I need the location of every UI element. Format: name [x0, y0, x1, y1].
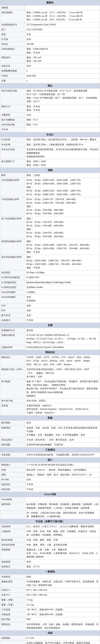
table-row: 防护等级IP67	[0, 617, 100, 622]
row-value	[25, 127, 100, 132]
row-value: 支持支持或低	[25, 295, 100, 303]
table-row: 白平衡自动	[0, 37, 100, 42]
row-value: 外形，姿势，性别，年龄，眼镜，发型，外套颜色，外套款式，外套短袖，内衣颜色，内衣…	[25, 529, 100, 538]
row-label: 不支持	[0, 127, 25, 132]
table-row: 光学变焦倍数通道：F1.0	[0, 122, 100, 127]
section-header: 音频	[0, 323, 100, 328]
section-header: 视频	[0, 168, 100, 173]
table-row: 帧率通道：三路流	[0, 173, 100, 178]
table-row: 报警监控支持管理控制、心理，总线，电线，传感器，配置和设置，功能检测，管理检测机…	[0, 622, 100, 630]
table-row: 重量（毛重）11.2 kg	[0, 602, 100, 607]
section-header: 网络协议	[0, 350, 100, 355]
row-value: 通道：50 Hz：25 fps（704×576，640×480）60 Hz：25…	[25, 216, 100, 239]
table-row: 码流类型32 Kbps~16 Mbps	[0, 270, 100, 275]
row-label: 帧率	[0, 173, 25, 178]
table-row: 情景模式通道，行下行	[0, 564, 100, 569]
row-label: 传感器规格型号	[0, 22, 25, 27]
row-value: 1/1s-1/100,000s	[25, 27, 100, 32]
row-value: 612 × 604 × 385 mm	[25, 592, 100, 598]
row-value: 外形，颜色，类型，人数，是否标安全帽	[25, 542, 100, 547]
row-label: 补光距离	[0, 137, 25, 142]
row-label: 重量（毛重）	[0, 602, 25, 607]
section-header: 图像	[0, 415, 100, 420]
row-label: 主码流视频分辨率	[0, 178, 25, 197]
row-label: 补外光灯控制	[0, 147, 25, 159]
row-label: H.265编码类型	[0, 280, 25, 285]
row-label: 变焦	[0, 32, 25, 37]
section-header: 专业版（流量学习版功能）	[0, 519, 100, 524]
row-label: 聚焦方式	[0, 104, 25, 112]
table-row: 越界检测标记检测，完整检测，双向检测，区域检测，拥挤检测，徘徊检测，人群密集检测…	[0, 502, 100, 510]
row-value: 支持×256	[25, 74, 100, 78]
row-value: 通道：50 fps（1920×1080，1280×720，704×576，640…	[25, 255, 100, 270]
table-row: 网络接口1 个 RJ-45 10 M/100 M/1000 M 自适应以太网口	[0, 462, 100, 468]
table-row: 浏览器无插件浏览器：Safari12+插件浏览器：Internet Explor…	[0, 403, 100, 416]
row-label: ROI	[0, 308, 25, 313]
table-row: 传感器规格型号1/3" Progressive Scan CMOS	[0, 22, 100, 27]
table-row: 可替代支持×256	[0, 74, 100, 78]
table-row: 调焦直径通道：7倍 ±10°通道：7倍 ±15°	[0, 55, 100, 64]
row-value: 不支持	[25, 318, 100, 323]
row-label: H.265/H264编码型	[0, 275, 25, 280]
table-row: 重量（净重）7.4 kg	[0, 598, 100, 602]
row-value: H.265/H.264	[25, 275, 100, 280]
row-value: 无插件浏览器：Safari12+插件浏览器：Internet Explorer：…	[25, 403, 100, 416]
row-value: 支持管理控制、心理，总线，电线，传感器，配置和设置，功能检测，管理检测机器网络，…	[25, 622, 100, 630]
table-row: ROI支持	[0, 308, 100, 313]
table-row: H.265码流类型支持Main Profile	[0, 285, 100, 290]
row-label: 第五码流视频分辨率	[0, 255, 25, 270]
row-value: 通道：50 Hz：25 fps（1920×1080，1280×720，704×5…	[25, 239, 100, 255]
row-value: 不支持	[25, 487, 100, 492]
row-value: 支持Main Profile	[25, 285, 100, 290]
row-label: 最大光圈数值	[0, 118, 25, 122]
row-label: 人脸检测	[0, 529, 25, 538]
row-value: 支持	[25, 64, 100, 68]
row-label: RS-485	[0, 477, 25, 482]
row-value: IP67	[25, 617, 100, 622]
table-row: 宽动态模式不支持（背光补偿）：支持，数字宽动态：支持	[0, 438, 100, 442]
section-header: 接口	[0, 457, 100, 462]
row-label: 白平衡	[0, 37, 25, 42]
table-row: 外观材质铝制	[0, 574, 100, 579]
row-value: Auto	[25, 112, 100, 117]
table-row: 布机记录支持	[0, 64, 100, 68]
row-label: Smart265编码	[0, 295, 25, 303]
row-label: H.265码流类型	[0, 285, 25, 290]
row-label: 补光距离	[0, 142, 25, 147]
row-value: 3路输入，7路输出；报警，脉冲，接近管线：OOCH AC24 V，1A	[25, 472, 100, 477]
table-row: 宽动态120 dB	[0, 42, 100, 47]
row-label: 音频编码方式	[0, 328, 25, 333]
row-value: 标记检测，完整检测，双向检测，区域检测，拥挤检测，徘徊检测，人群密集检测，道路事…	[25, 502, 100, 510]
row-label: 道路检测	[0, 559, 25, 564]
row-label: 第四码流视频分辨率	[0, 239, 25, 255]
table-row: 景深与焦距范围通道：32~40mm 水平视角范围：37.0°~11.5°，垂直视…	[0, 88, 100, 104]
row-label: 数字降噪	[0, 420, 25, 426]
table-row: 补光距离通道：近距离 200m；人脸检测近距离：检测近距离 20 m	[0, 142, 100, 147]
table-row: 网络协议TCP/IP，ICMP，HTTP，HTTPS，FTP，DHCP，DNS，…	[0, 355, 100, 367]
table-row: 不支持	[0, 127, 100, 132]
row-value: 彩色：0.0005 Lux @ （F1.2，AGCON），0 Lux with …	[25, 10, 100, 22]
row-value: 地化度，亮度，对比度，锐度，AGC 在平滑道次曝光的视觉光线联系调节消除水平翻转…	[25, 426, 100, 438]
row-value: 120 dB	[25, 42, 100, 47]
row-label: 电源供应	[0, 482, 25, 487]
row-label: 网络接口协议（NPE）	[0, 367, 25, 379]
table-row: 感光度限制彩色：0.0005 Lux @ （F1.2，AGCON），0 Lux …	[0, 10, 100, 22]
row-label	[0, 510, 25, 519]
row-value: 不支持	[25, 482, 100, 487]
row-value: 主流输出	[25, 290, 100, 295]
row-label: 用户客户端	[0, 398, 25, 403]
row-value: 麦克风	[25, 328, 100, 333]
row-label: 检测帧叠加数量	[0, 68, 25, 74]
row-value: 自动	[25, 37, 100, 42]
table-row: 网络接口协议（NPE）支持SDK/设备代码协议接口；ISAPI，GB/T2818…	[0, 367, 100, 379]
row-label: Smart检测	[0, 497, 25, 502]
row-value: 不支持（背光补偿）：支持，数字宽动态：支持	[25, 438, 100, 442]
table-row: 子码流视频分辨率50 Hz：25 fps（1280×720，704×576，64…	[0, 197, 100, 216]
table-row: 电源消耗不支持	[0, 487, 100, 492]
row-value: 通道：ICR红外滤片式通道：不支持	[25, 47, 100, 55]
row-label: 网络接口	[0, 462, 25, 468]
row-label: 子码流视频分辨率	[0, 197, 25, 216]
row-label	[0, 640, 25, 644]
table-row: 清晰度	[0, 5, 100, 10]
row-label: 报警监控	[0, 622, 25, 630]
